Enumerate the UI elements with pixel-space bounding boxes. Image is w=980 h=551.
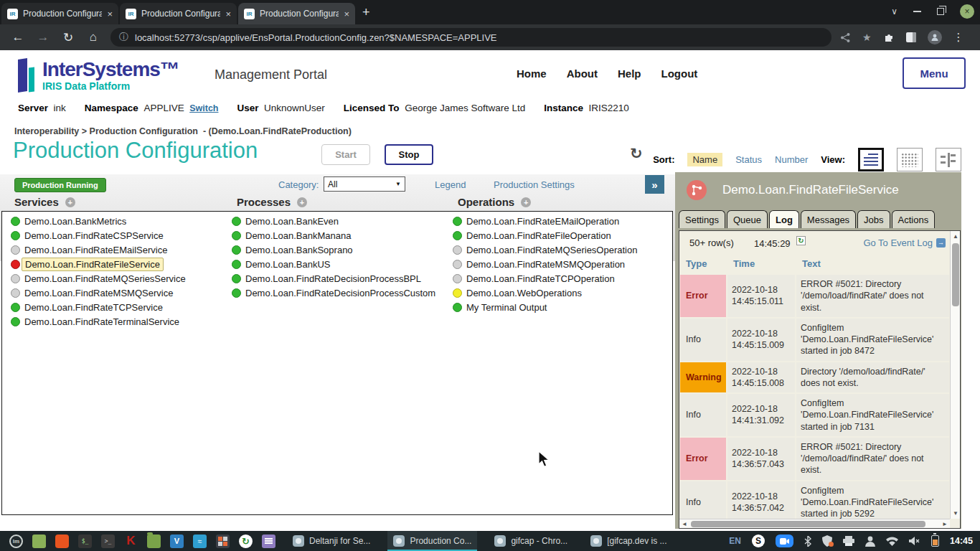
- mint-menu-icon[interactable]: lm: [9, 534, 23, 548]
- bookmark-star-icon[interactable]: ★: [862, 32, 872, 43]
- col-time[interactable]: Time: [727, 255, 795, 273]
- scroll-left-icon[interactable]: ◄: [682, 521, 687, 527]
- address-bar[interactable]: ⓘ localhost:52773/csp/applive/EnsPortal.…: [110, 28, 831, 47]
- sync-app-icon[interactable]: ↻: [239, 534, 253, 548]
- scroll-down-icon[interactable]: ▼: [953, 510, 958, 517]
- operation-item[interactable]: Demo.Loan.FindRateMSMQOperation: [453, 257, 637, 271]
- sort-by-status[interactable]: Status: [735, 154, 762, 165]
- url-text[interactable]: localhost:52773/csp/applive/EnsPortal.Pr…: [135, 32, 497, 43]
- log-refresh-icon[interactable]: ↻: [796, 236, 806, 245]
- col-type[interactable]: Type: [680, 255, 726, 273]
- tab-jobs[interactable]: Jobs: [857, 210, 890, 228]
- refresh-spinner-icon[interactable]: ↻: [630, 145, 643, 162]
- browser-tab-2[interactable]: IR Production Configuration ×: [120, 3, 237, 24]
- calculator-icon[interactable]: [216, 534, 230, 548]
- category-select[interactable]: All ▼: [324, 176, 405, 192]
- shield-tray-icon[interactable]: [822, 535, 832, 547]
- restore-icon[interactable]: [937, 8, 944, 15]
- nav-home[interactable]: Home: [517, 67, 547, 80]
- new-tab-button[interactable]: +: [362, 5, 370, 20]
- process-item[interactable]: Demo.Loan.FindRateDecisionProcessCustom: [232, 286, 435, 300]
- service-item[interactable]: Demo.Loan.FindRateMSMQService: [11, 286, 186, 300]
- operation-item[interactable]: My Terminal Output: [453, 300, 637, 314]
- operation-item[interactable]: Demo.Loan.FindRateFileOperation: [453, 228, 637, 242]
- nav-logout[interactable]: Logout: [661, 67, 698, 80]
- keyboard-layout-indicator[interactable]: EN: [729, 536, 741, 546]
- service-item[interactable]: Demo.Loan.FindRateMQSeriesService: [11, 271, 186, 286]
- wifi-icon[interactable]: [886, 537, 898, 546]
- profile-avatar[interactable]: [928, 30, 942, 44]
- extensions-puzzle-icon[interactable]: [883, 32, 895, 43]
- scroll-right-icon[interactable]: ►: [942, 521, 948, 527]
- browser-tab-3-active[interactable]: IR Production Configuration ×: [238, 3, 355, 24]
- add-operation-icon[interactable]: +: [521, 197, 531, 207]
- view-grid-icon[interactable]: [897, 148, 923, 171]
- tab-settings[interactable]: Settings: [679, 210, 725, 228]
- process-item[interactable]: Demo.Loan.BankSoprano: [232, 242, 435, 257]
- window-button-gifcap[interactable]: gifcap - Chro...: [489, 531, 573, 551]
- start-button[interactable]: Start: [321, 144, 370, 165]
- skype-tray-icon[interactable]: S: [752, 534, 765, 547]
- add-service-icon[interactable]: +: [65, 197, 75, 207]
- window-button-deltanji[interactable]: Deltanji for Se...: [287, 531, 376, 551]
- process-item[interactable]: Demo.Loan.BankUS: [232, 257, 435, 271]
- stop-button[interactable]: Stop: [385, 144, 433, 165]
- service-item[interactable]: Demo.Loan.FindRateEMailService: [11, 242, 186, 257]
- window-button-production-active[interactable]: Production Co...: [387, 531, 477, 551]
- zoom-tray-icon[interactable]: [776, 534, 793, 547]
- site-info-icon[interactable]: ⓘ: [119, 31, 128, 44]
- service-item[interactable]: Demo.Loan.BankMetrics: [11, 214, 186, 228]
- battery-icon[interactable]: [931, 535, 939, 547]
- user-tray-icon[interactable]: [865, 536, 875, 547]
- browser-tab-1[interactable]: IR Production Configuration ×: [1, 3, 118, 24]
- breadcrumb-root[interactable]: Interoperability: [14, 126, 79, 136]
- forward-icon[interactable]: →: [36, 30, 50, 44]
- volume-muted-icon[interactable]: [909, 536, 920, 546]
- expand-panel-button[interactable]: »: [645, 175, 664, 194]
- process-item[interactable]: Demo.Loan.FindRateDecisionProcessBPL: [232, 271, 435, 286]
- process-item[interactable]: Demo.Loan.BankManana: [232, 228, 435, 242]
- close-tab-icon[interactable]: ×: [225, 9, 231, 19]
- waveform-app-icon[interactable]: ≈: [193, 534, 207, 548]
- operation-item[interactable]: Demo.Loan.FindRateMQSeriesOperation: [453, 242, 637, 257]
- reload-icon[interactable]: ↻: [61, 30, 75, 45]
- nav-about[interactable]: About: [567, 67, 598, 80]
- scroll-thumb[interactable]: [952, 243, 959, 306]
- tab-messages[interactable]: Messages: [801, 210, 856, 228]
- service-item[interactable]: Demo.Loan.FindRateTerminalService: [11, 314, 186, 329]
- minimize-icon[interactable]: [913, 11, 921, 12]
- view-split-icon[interactable]: [936, 148, 961, 171]
- sort-by-number[interactable]: Number: [775, 154, 808, 165]
- tab-search-icon[interactable]: ∨: [891, 6, 897, 17]
- operation-item[interactable]: Demo.Loan.WebOperations: [453, 286, 637, 300]
- menu-button[interactable]: Menu: [903, 57, 966, 89]
- back-icon[interactable]: ←: [11, 30, 25, 44]
- flame-app-icon[interactable]: [55, 534, 69, 548]
- legend-link[interactable]: Legend: [435, 179, 466, 190]
- col-text[interactable]: Text: [796, 255, 949, 273]
- scroll-thumb[interactable]: [691, 521, 925, 527]
- horizontal-scrollbar[interactable]: ◄ ►: [679, 519, 950, 528]
- close-tab-icon[interactable]: ×: [344, 9, 349, 19]
- taskbar-clock[interactable]: 14:45: [950, 536, 973, 546]
- side-panel-icon[interactable]: [906, 32, 916, 42]
- browser-menu-kebab-icon[interactable]: ⋮: [953, 31, 964, 44]
- vscode-icon[interactable]: V: [170, 534, 184, 548]
- service-item[interactable]: Demo.Loan.FindRateCSPService: [11, 228, 186, 242]
- operation-item[interactable]: Demo.Loan.FindRateTCPOperation: [453, 271, 637, 286]
- red-app-icon[interactable]: K: [124, 534, 138, 548]
- add-process-icon[interactable]: +: [297, 197, 307, 207]
- tab-log[interactable]: Log: [769, 210, 799, 228]
- scroll-up-icon[interactable]: ▲: [953, 233, 958, 240]
- notes-app-icon[interactable]: [262, 534, 275, 548]
- service-item[interactable]: Demo.Loan.FindRateTCPService: [11, 300, 186, 314]
- files-app-icon[interactable]: [32, 534, 46, 548]
- terminal2-icon[interactable]: >_: [101, 534, 115, 548]
- switch-link[interactable]: Switch: [189, 103, 218, 113]
- sort-by-name[interactable]: Name: [687, 153, 722, 166]
- terminal-icon[interactable]: $_: [78, 534, 92, 548]
- tab-actions[interactable]: Actions: [892, 210, 936, 228]
- window-close-icon[interactable]: ×: [960, 4, 974, 19]
- go-to-event-log-link[interactable]: Go To Event Log →: [863, 237, 946, 248]
- vertical-scrollbar[interactable]: ▲ ▼: [950, 231, 960, 519]
